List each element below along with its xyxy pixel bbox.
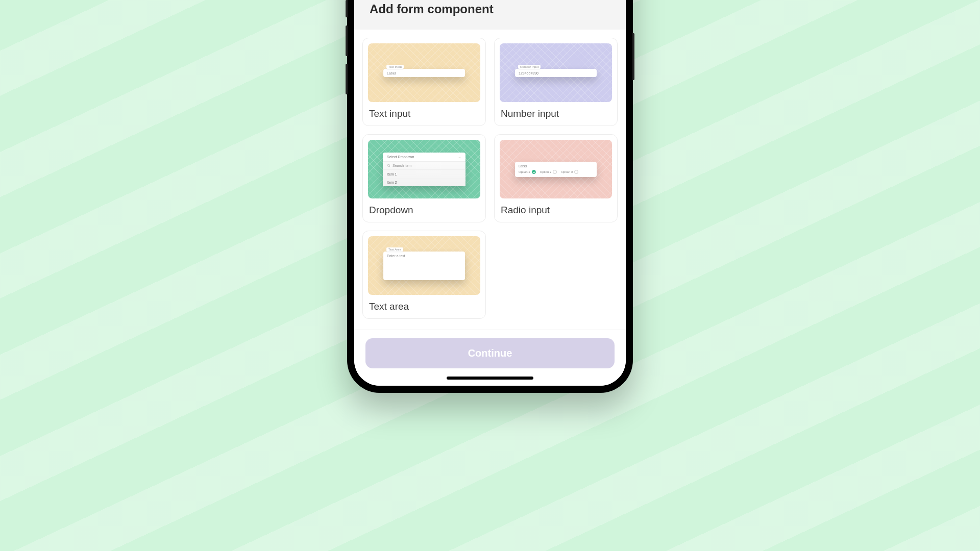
preview-text-area: Text Area Enter a text: [368, 236, 480, 295]
phone-volume-up: [346, 26, 348, 56]
mock-placeholder: Enter a text: [387, 254, 405, 258]
dropdown-placeholder: Select Dropdown: [387, 155, 414, 159]
radio-option: Option 2: [540, 170, 557, 174]
mock-value: Label: [387, 71, 396, 75]
phone-power-button: [632, 33, 634, 80]
mock-label: Label: [519, 164, 593, 168]
mock-text-area: Text Area Enter a text: [383, 252, 465, 280]
mock-dropdown: Select Dropdown ⌄ Search item Item 1 Ite…: [383, 153, 465, 186]
mock-radio: Label Option 1 Option 2 Option 3: [515, 162, 597, 177]
screen: Add form component Text Input Label Text…: [354, 0, 626, 386]
mock-number-input: Number Input 1234567890: [515, 69, 597, 77]
mock-value: 1234567890: [519, 71, 538, 75]
svg-line-1: [389, 166, 390, 166]
radio-selected-icon: [532, 170, 536, 174]
content: Text Input Label Text input Number Input…: [354, 30, 626, 330]
mock-text-input: Text Input Label: [383, 69, 465, 77]
preview-radio-input: Label Option 1 Option 2 Option 3: [500, 140, 612, 198]
dropdown-item: Item 2: [383, 178, 465, 186]
footer: Continue: [354, 330, 626, 386]
mock-label: Text Input: [386, 65, 404, 69]
radio-unselected-icon: [553, 170, 557, 174]
phone-side-button: [346, 0, 348, 17]
preview-number-input: Number Input 1234567890: [500, 43, 612, 102]
header: Add form component: [354, 0, 626, 30]
chevron-down-icon: ⌄: [458, 155, 461, 159]
search-icon: [387, 164, 390, 167]
component-card-text-input[interactable]: Text Input Label Text input: [362, 38, 486, 126]
card-title: Radio input: [500, 205, 612, 216]
card-title: Dropdown: [368, 205, 480, 216]
phone-frame: Add form component Text Input Label Text…: [347, 0, 633, 393]
component-card-radio-input[interactable]: Label Option 1 Option 2 Option 3: [494, 134, 618, 222]
component-card-number-input[interactable]: Number Input 1234567890 Number input: [494, 38, 618, 126]
preview-text-input: Text Input Label: [368, 43, 480, 102]
continue-button[interactable]: Continue: [365, 338, 615, 368]
component-card-text-area[interactable]: Text Area Enter a text Text area: [362, 231, 486, 319]
component-card-dropdown[interactable]: Select Dropdown ⌄ Search item Item 1 Ite…: [362, 134, 486, 222]
component-grid: Text Input Label Text input Number Input…: [362, 38, 618, 319]
dropdown-search-placeholder: Search item: [393, 164, 411, 167]
page-title: Add form component: [370, 2, 610, 16]
preview-dropdown: Select Dropdown ⌄ Search item Item 1 Ite…: [368, 140, 480, 198]
radio-unselected-icon: [574, 170, 578, 174]
card-title: Number input: [500, 108, 612, 119]
card-title: Text area: [368, 301, 480, 312]
radio-option: Option 3: [561, 170, 578, 174]
mock-label: Text Area: [386, 247, 403, 252]
phone-volume-down: [346, 64, 348, 94]
radio-option: Option 1: [519, 170, 536, 174]
dropdown-item: Item 1: [383, 170, 465, 178]
svg-point-0: [387, 164, 389, 166]
mock-label: Number Input: [518, 65, 541, 69]
card-title: Text input: [368, 108, 480, 119]
